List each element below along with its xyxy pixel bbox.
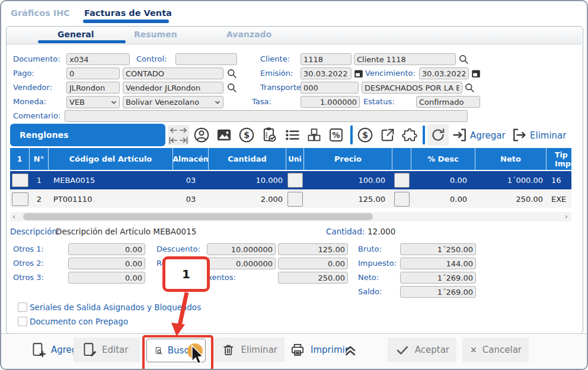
subtab-general[interactable]: General — [57, 30, 94, 39]
comentario-input[interactable] — [65, 110, 468, 122]
vencimiento-calendar-icon[interactable] — [471, 68, 481, 78]
eliminar-button[interactable]: Eliminar — [213, 337, 285, 362]
emision-calendar-icon[interactable] — [353, 68, 363, 78]
neto-input[interactable] — [400, 272, 476, 284]
cliente-name-input[interactable] — [354, 53, 456, 65]
row-add-label[interactable]: Agregar — [470, 130, 506, 141]
seriales-checkbox[interactable] — [18, 303, 27, 312]
col-header-sel[interactable]: 1 — [10, 148, 30, 170]
percent-box-icon[interactable]: % — [328, 127, 344, 143]
next-record-icon[interactable] — [180, 127, 188, 134]
scroll-right-icon[interactable]: › — [565, 212, 568, 221]
collapse-icon[interactable] — [342, 342, 359, 358]
vencimiento-input[interactable] — [419, 67, 469, 79]
price-icon[interactable]: $ — [238, 127, 255, 143]
tab-facturas-de-venta[interactable]: Facturas de Venta — [84, 8, 172, 18]
pago-name-input[interactable] — [123, 67, 223, 79]
external-link-icon[interactable] — [379, 127, 396, 143]
first-record-icon[interactable] — [169, 137, 177, 144]
col-header-neto[interactable]: Neto — [475, 148, 547, 170]
scroll-left-icon[interactable]: ‹ — [12, 212, 15, 221]
col-header-precio[interactable]: Precio — [304, 148, 392, 170]
prepago-checkbox[interactable] — [18, 317, 27, 326]
transporte-search-icon[interactable] — [464, 82, 475, 94]
impuesto-input[interactable] — [400, 258, 476, 269]
pago-search-icon[interactable] — [226, 67, 238, 79]
vendedor-code-input[interactable] — [66, 82, 120, 94]
col-header-codigo[interactable]: Código del Artículo — [49, 148, 173, 170]
grid-hscrollbar[interactable]: ‹ › — [10, 212, 571, 221]
hscroll-thumb[interactable] — [23, 213, 373, 220]
cancelar-button[interactable]: Cancelar — [462, 337, 529, 362]
cell-n: 1 — [30, 171, 49, 189]
pago-label: Pago: — [13, 69, 34, 78]
cliente-search-icon[interactable] — [458, 53, 469, 65]
bruto-input[interactable] — [400, 243, 476, 255]
tasa-input[interactable] — [301, 96, 360, 108]
transporte-label: Transporte: — [260, 83, 303, 92]
otros1-input[interactable] — [68, 243, 145, 255]
descuento-pct-input[interactable] — [207, 243, 276, 255]
svg-text:%: % — [332, 131, 340, 140]
col-header-cantidad[interactable]: Cantidad — [209, 148, 286, 170]
exentos-monto-input[interactable] — [278, 272, 348, 284]
neto-label: Neto: — [358, 273, 379, 282]
pago-code-input[interactable] — [66, 67, 120, 79]
row-remove-label[interactable]: Eliminar — [530, 130, 566, 141]
toolbar-divider — [350, 126, 353, 144]
bullet-list-icon[interactable] — [284, 127, 301, 143]
col-header-desc[interactable]: % Desc — [411, 148, 475, 170]
refresh-icon[interactable] — [427, 124, 449, 146]
subtab-resumen[interactable]: Resumen — [134, 30, 177, 39]
customer-icon[interactable] — [193, 127, 210, 143]
otros3-input[interactable] — [68, 272, 145, 284]
grid-row-selected[interactable]: 1 MEBA0015 03 10.000 100.00 0.00 1´000.0… — [10, 171, 571, 189]
col-header-blank[interactable] — [392, 148, 411, 170]
moneda-name-value: Bolivar Venezolano — [126, 98, 199, 107]
cliente-code-input[interactable] — [301, 53, 351, 65]
last-record-icon[interactable] — [180, 137, 188, 144]
row-selector[interactable] — [12, 192, 28, 206]
descuento-monto-input[interactable] — [278, 243, 348, 255]
image-icon[interactable] — [216, 127, 232, 143]
uni-button[interactable] — [287, 173, 303, 188]
moneda-name-select[interactable]: Bolivar Venezolano — [123, 96, 223, 108]
cell-desc: 0.00 — [411, 191, 475, 208]
emision-input[interactable] — [301, 67, 351, 79]
row-remove-icon[interactable] — [511, 127, 528, 143]
grid-header-row: 1 N° Código del Artículo Almacén Cantida… — [10, 148, 571, 170]
recargo-pct-input[interactable] — [207, 258, 276, 269]
recargo-monto-input[interactable] — [278, 258, 348, 269]
vendedor-name-input[interactable] — [123, 82, 223, 94]
subtab-avanzado[interactable]: Avanzado — [226, 30, 271, 39]
otros2-input[interactable] — [68, 258, 145, 269]
control-input[interactable] — [175, 53, 237, 65]
cubes-icon[interactable] — [306, 127, 322, 143]
puzzle-icon[interactable] — [401, 127, 418, 143]
documento-input[interactable] — [66, 53, 130, 65]
grid-row[interactable]: 2 PT001110 03 2.000 125.00 0.00 250.00 E… — [10, 191, 571, 208]
uni-button[interactable] — [287, 192, 303, 207]
tab-graficos-ihc[interactable]: Gráficos IHC — [11, 8, 70, 18]
moneda-code-select[interactable]: VEB — [66, 96, 120, 108]
row-add-icon[interactable] — [452, 127, 468, 143]
col-header-tipo-impuesto[interactable]: Tip Impu — [547, 148, 571, 170]
col-header-uni[interactable]: Uni — [286, 148, 304, 170]
saldo-input[interactable] — [400, 286, 476, 298]
active-subtab-indicator — [38, 40, 126, 43]
vendedor-search-icon[interactable] — [226, 82, 238, 94]
transporte-name-input[interactable] — [362, 82, 462, 94]
estatus-input[interactable] — [416, 96, 480, 108]
editar-button[interactable]: Editar — [74, 337, 140, 362]
col-header-almacen[interactable]: Almacén — [173, 148, 209, 170]
buscar-button[interactable]: Buscar — [146, 339, 206, 362]
transporte-code-input[interactable] — [301, 82, 359, 94]
detail-button[interactable] — [394, 192, 410, 207]
clipboard-check-icon[interactable] — [261, 126, 277, 143]
currency-icon[interactable]: $ — [357, 127, 373, 143]
col-header-n[interactable]: N° — [30, 148, 49, 170]
prev-record-icon[interactable] — [169, 127, 177, 134]
row-selector[interactable] — [12, 173, 28, 187]
detail-button[interactable] — [394, 173, 410, 188]
aceptar-button[interactable]: Aceptar — [388, 337, 456, 362]
